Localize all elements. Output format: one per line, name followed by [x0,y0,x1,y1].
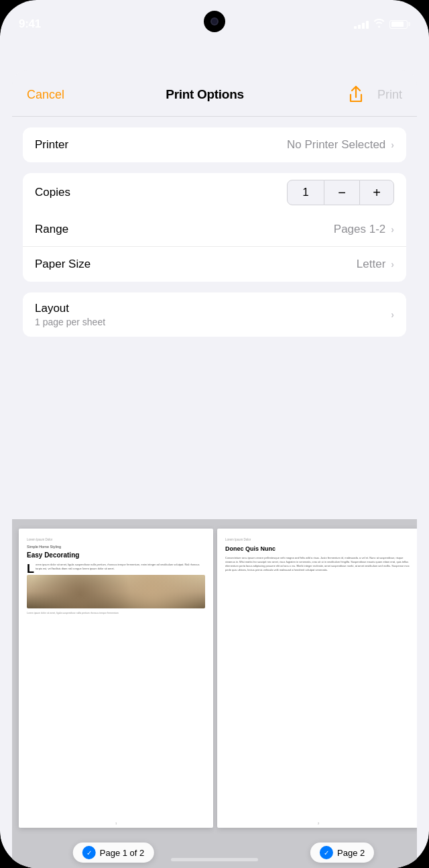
options-section: Copies 1 − + Range [12,173,417,282]
status-icons [354,19,410,30]
page-1-lorem-label: Lorem Ipsum Dolor [27,538,205,542]
wifi-icon [373,19,385,30]
preview-page-1[interactable]: Lorem Ipsum Dolor Simple Home Styling Ea… [12,519,214,868]
page-2-lorem-label: Lorem Ipsum Dolor [225,538,412,542]
layout-card: Layout 1 page per sheet › [23,292,406,337]
camera-area [204,11,225,32]
page-1-subtitle: Simple Home Styling [27,545,205,550]
range-row[interactable]: Range Pages 1-2 › [23,212,406,247]
range-label: Range [35,223,334,236]
preview-page-2-inner: Lorem Ipsum Dolor Donec Quis Nunc Consec… [217,529,417,828]
page-1-content: Lorem Ipsum Dolor Simple Home Styling Ea… [19,529,213,625]
page-1-image [27,575,205,608]
page-2-badge-text: Page 2 [337,848,365,858]
home-indicator [171,858,258,861]
copies-stepper: 1 − + [287,180,394,205]
layout-section: Layout 1 page per sheet › [12,292,417,337]
paper-size-label: Paper Size [35,258,357,271]
screen-content: 9:41 [0,0,429,868]
layout-row[interactable]: Layout 1 page per sheet › [23,292,406,337]
range-chevron-icon: › [391,224,394,235]
layout-title: Layout [35,302,391,315]
page-1-badge-text: Page 1 of 2 [100,848,145,858]
phone-frame: 9:41 [0,0,429,868]
page-1-caption: Lorem ipsum dolor sit amet, ligula suspe… [27,612,205,615]
page-1-check-icon: ✓ [82,846,96,859]
page-1-title: Easy Decorating [27,551,205,559]
layout-chevron-icon: › [391,309,394,320]
range-value: Pages 1-2 [334,223,386,236]
page-2-badge: ✓ Page 2 [310,843,374,863]
decrement-copies-button[interactable]: − [324,180,359,205]
layout-text: Layout 1 page per sheet [35,302,391,327]
page-2-content: Lorem Ipsum Dolor Donec Quis Nunc Consec… [217,529,417,585]
printer-row[interactable]: Printer No Printer Selected › [23,127,406,162]
signal-bars-icon [354,19,369,29]
paper-size-row[interactable]: Paper Size Letter › [23,247,406,282]
page-2-title: Donec Quis Nunc [225,545,412,553]
printer-card: Printer No Printer Selected › [23,127,406,162]
copies-row: Copies 1 − + [23,173,406,212]
paper-size-value: Letter [357,258,385,271]
page-2-number: 2 [318,822,319,825]
page-1-body: L orem ipsum dolor sit amet, ligula susp… [27,563,205,571]
options-card: Copies 1 − + Range [23,173,406,282]
page-1-number: 1 [115,822,117,825]
printer-section: Printer No Printer Selected › [12,127,417,162]
preview-page-2[interactable]: Lorem Ipsum Dolor Donec Quis Nunc Consec… [214,519,417,868]
paper-size-chevron-icon: › [391,259,394,270]
battery-icon [389,20,410,29]
page-title: Print Options [166,87,243,102]
cancel-button[interactable]: Cancel [27,88,64,102]
nav-header: Cancel Print Options Print [12,70,417,117]
layout-subtitle: 1 page per sheet [35,317,391,327]
status-time: 9:41 [19,17,41,31]
share-button[interactable] [345,84,367,105]
print-sheet: Cancel Print Options Print Print [12,70,417,868]
copies-label: Copies [35,186,287,199]
print-preview: Lorem Ipsum Dolor Simple Home Styling Ea… [12,519,417,868]
preview-page-1-inner: Lorem Ipsum Dolor Simple Home Styling Ea… [19,529,213,828]
nav-right-actions: Print [345,84,402,105]
page-1-dropcap: L [27,563,34,575]
page-1-badge: ✓ Page 1 of 2 [73,843,154,863]
copies-value: 1 [287,180,324,205]
page-2-check-icon: ✓ [320,846,333,859]
increment-copies-button[interactable]: + [359,180,394,205]
printer-value: No Printer Selected [287,138,385,152]
page-2-body: Consectetuer arcu ipsum ornare pellentes… [225,556,412,572]
printer-chevron-icon: › [391,140,394,150]
print-button[interactable]: Print [377,88,402,102]
printer-label: Printer [35,138,287,152]
